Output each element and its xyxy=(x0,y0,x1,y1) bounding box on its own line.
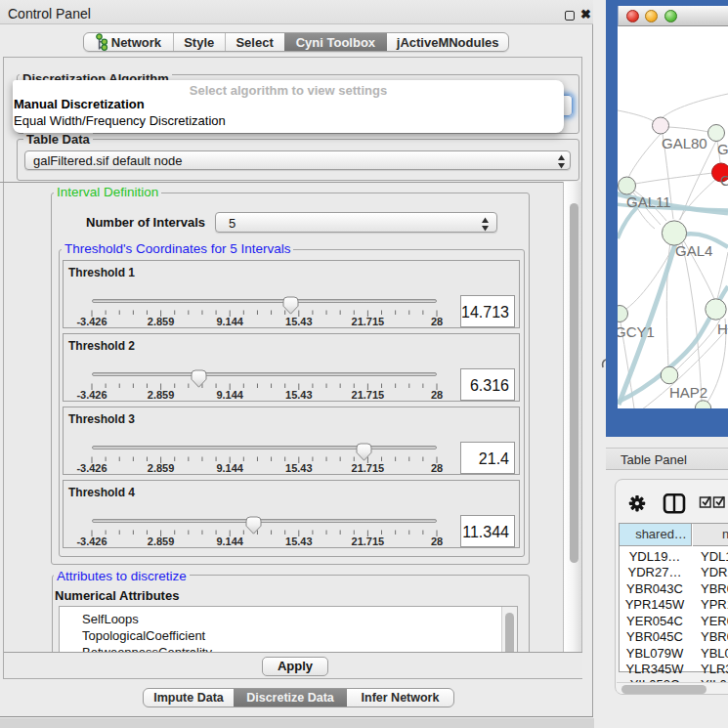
svg-text:GAL11: GAL11 xyxy=(626,193,671,210)
svg-text:HAP2: HAP2 xyxy=(669,384,707,401)
svg-text:GA: GA xyxy=(717,141,728,157)
svg-text:GAL80: GAL80 xyxy=(662,135,707,151)
svg-text:H: H xyxy=(717,321,728,337)
svg-text:GCY1: GCY1 xyxy=(618,323,655,340)
svg-text:C: C xyxy=(720,172,728,189)
svg-text:GAL4: GAL4 xyxy=(675,242,712,259)
